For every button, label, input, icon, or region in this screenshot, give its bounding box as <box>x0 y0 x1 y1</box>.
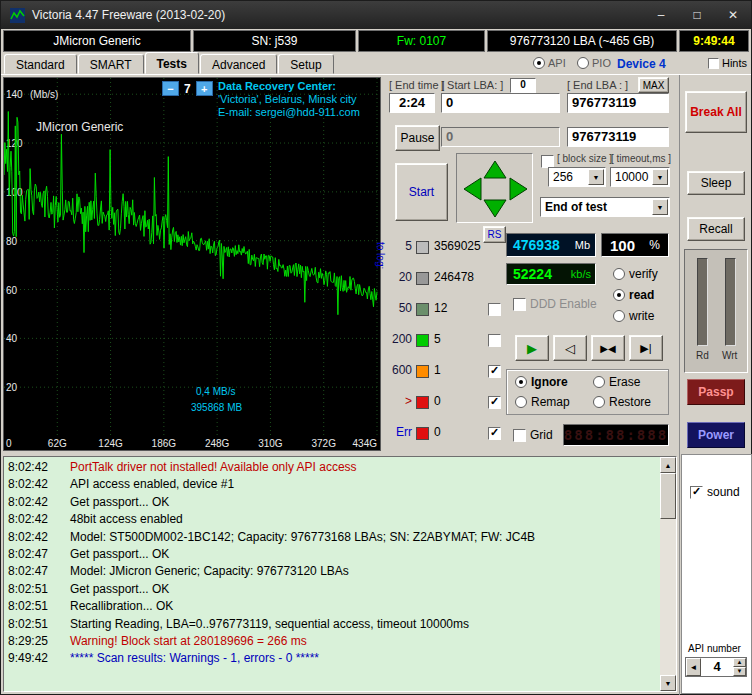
pio-label: PIO <box>592 57 611 69</box>
action-remap-option[interactable]: Remap <box>515 395 570 409</box>
hints-label: Hints <box>722 57 747 69</box>
bucket-log-checkbox[interactable] <box>488 334 501 347</box>
api-number-value[interactable]: 4 <box>701 658 733 676</box>
action-ignore-option[interactable]: Ignore <box>515 375 568 389</box>
mode-verify-option[interactable]: verify <box>613 267 658 281</box>
scroll-up-icon[interactable] <box>660 457 676 473</box>
svg-text:20: 20 <box>6 382 18 393</box>
sound-option[interactable]: sound <box>690 485 740 499</box>
dropdown-arrow-icon[interactable] <box>652 169 668 185</box>
seek-meet-button[interactable]: ▶◀ <box>591 335 625 361</box>
ddd-enable-checkbox[interactable] <box>513 298 526 311</box>
recall-button[interactable]: Recall <box>687 217 745 241</box>
bucket-log-checkbox[interactable] <box>488 396 501 409</box>
sleep-button[interactable]: Sleep <box>687 171 745 195</box>
hints-option[interactable]: Hints <box>708 57 747 69</box>
reverse-button[interactable]: ◁ <box>553 335 587 361</box>
action-restore-option[interactable]: Restore <box>593 395 651 409</box>
scroll-thumb[interactable] <box>660 473 676 519</box>
api-number-down-button[interactable]: ▼ <box>733 667 746 676</box>
drive-capacity-panel: 976773120 LBA (~465 GB) <box>487 30 677 52</box>
api-mode-option[interactable]: API <box>533 57 566 69</box>
tab-tests[interactable]: Tests <box>145 52 199 74</box>
jog-left-icon[interactable] <box>464 178 481 200</box>
bucket-log-checkbox[interactable] <box>488 365 501 378</box>
graph-scale-minus-button[interactable]: − <box>162 81 179 96</box>
current-position-overlay: 395868 MB <box>191 402 242 413</box>
bucket-count: 12 <box>434 301 447 315</box>
break-all-button[interactable]: Break All <box>685 91 747 133</box>
start-lba-readonly-field: 0 <box>441 127 560 147</box>
pause-button[interactable]: Pause <box>395 125 440 151</box>
grid-checkbox[interactable] <box>513 429 526 442</box>
block-size-combo[interactable]: 256 <box>548 167 606 187</box>
api-label: API <box>548 57 566 69</box>
current-lba-field[interactable]: 976773119 <box>567 127 669 147</box>
dropdown-arrow-icon[interactable] <box>652 199 668 215</box>
start-lba-field[interactable]: 0 <box>441 93 560 113</box>
end-lba-field[interactable]: 976773119 <box>567 93 669 113</box>
mode-read-label: read <box>629 288 654 302</box>
bucket-log-checkbox[interactable] <box>488 303 501 316</box>
pio-radio[interactable] <box>577 57 589 69</box>
title-bar[interactable]: Victoria 4.47 Freeware (2013-02-20) – □ … <box>1 1 751 29</box>
end-time-field[interactable]: 2:24 <box>389 93 435 113</box>
mode-write-option[interactable]: write <box>613 309 654 323</box>
start-lba-spinbox[interactable]: 0 <box>510 78 536 93</box>
action-ignore-radio[interactable] <box>515 376 527 388</box>
sound-checkbox[interactable] <box>690 486 703 499</box>
mode-write-radio[interactable] <box>613 310 625 322</box>
bucket-label: 50 <box>384 301 412 315</box>
log-line: 8:02:4248bit access enabled <box>8 511 658 528</box>
end-action-combo[interactable]: End of test <box>540 197 670 217</box>
jog-right-icon[interactable] <box>510 178 527 200</box>
graph-scale-plus-button[interactable]: + <box>196 81 213 96</box>
close-button[interactable]: ✕ <box>715 1 751 29</box>
action-remap-radio[interactable] <box>515 396 527 408</box>
dropdown-arrow-icon[interactable] <box>588 169 604 185</box>
tab-smart[interactable]: SMART <box>78 54 144 74</box>
wrt-slider-track[interactable] <box>725 258 736 346</box>
victoria-window: Victoria 4.47 Freeware (2013-02-20) – □ … <box>0 0 752 695</box>
tab-advanced[interactable]: Advanced <box>200 54 277 74</box>
tab-setup[interactable]: Setup <box>278 54 333 74</box>
mode-verify-radio[interactable] <box>613 268 625 280</box>
log-scrollbar[interactable] <box>660 457 676 691</box>
bucket-row: 2005 <box>378 332 508 352</box>
api-number-up-button[interactable]: ▲ <box>733 658 746 667</box>
start-button[interactable]: Start <box>395 163 448 221</box>
bucket-row: 5012 <box>378 301 508 321</box>
action-erase-radio[interactable] <box>593 376 605 388</box>
grid-option[interactable]: Grid <box>513 428 553 442</box>
sidebar: Break All Sleep Recall Rd Wrt Passp Powe… <box>679 75 752 695</box>
mode-read-option[interactable]: read <box>613 288 654 302</box>
wrt-label: Wrt <box>722 350 737 361</box>
jog-up-icon[interactable] <box>484 161 506 178</box>
graph-scale-control: − 7 + <box>162 81 213 96</box>
ddd-enable-option[interactable]: DDD Enable <box>513 297 597 311</box>
power-button[interactable]: Power <box>687 422 745 448</box>
timeout-combo[interactable]: 10000 <box>610 167 670 187</box>
tab-standard[interactable]: Standard <box>4 54 77 74</box>
pio-mode-option[interactable]: PIO <box>577 57 611 69</box>
play-button[interactable]: ▶ <box>515 335 549 361</box>
jog-down-icon[interactable] <box>484 200 506 217</box>
api-number-decrement-button[interactable]: ◄ <box>686 658 701 676</box>
rd-slider-track[interactable] <box>697 258 708 346</box>
action-remap-label: Remap <box>531 395 570 409</box>
scroll-down-icon[interactable] <box>660 675 676 691</box>
hints-checkbox[interactable] <box>708 58 719 69</box>
max-button[interactable]: MAX <box>638 77 669 93</box>
passp-button[interactable]: Passp <box>687 379 745 405</box>
action-restore-radio[interactable] <box>593 396 605 408</box>
banner-line-3: E-mail: sergei@hdd-911.com <box>218 106 360 119</box>
mode-read-radio[interactable] <box>613 289 625 301</box>
bucket-log-checkbox[interactable] <box>488 427 501 440</box>
maximize-button[interactable]: □ <box>679 1 715 29</box>
minimize-button[interactable]: – <box>643 1 679 29</box>
api-radio[interactable] <box>533 57 545 69</box>
seek-end-button[interactable]: ▶| <box>629 335 663 361</box>
action-erase-option[interactable]: Erase <box>593 375 640 389</box>
svg-text:(Mb/s): (Mb/s) <box>30 89 58 100</box>
bucket-row: 20246478 <box>378 270 508 290</box>
